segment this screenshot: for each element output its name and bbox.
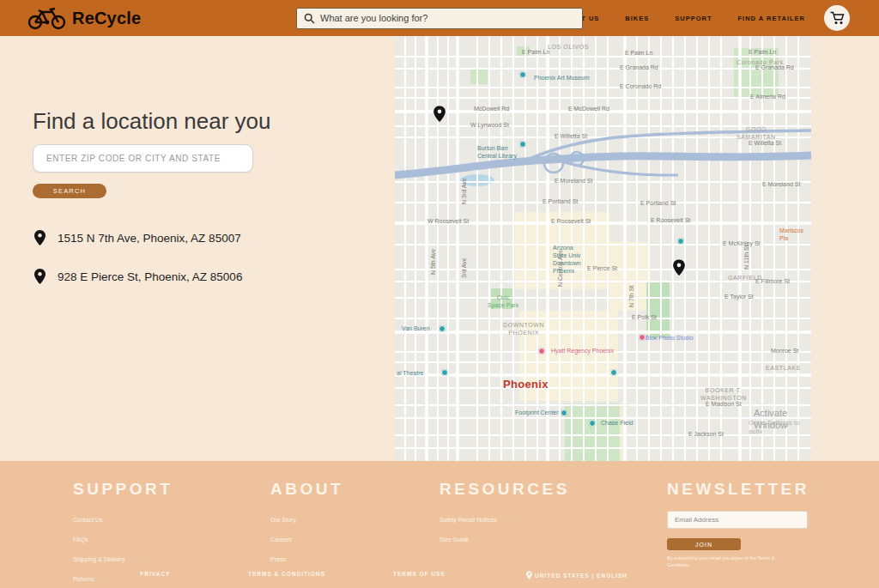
footer-link[interactable]: FAQs bbox=[73, 536, 88, 543]
footer-about-column: ABOUT Our StoryCareersPress bbox=[270, 480, 343, 569]
footer-link[interactable]: Safety Recall Notices bbox=[440, 517, 497, 523]
map[interactable]: LOS OLIVOS E Palm Ln E Palm Ln E Palm Ln… bbox=[395, 36, 811, 461]
page: ReCycle ABOUT US BIKES SUPPORT FIND A RE… bbox=[0, 0, 879, 588]
footer-link[interactable]: Size Guide bbox=[440, 536, 469, 543]
map-label: DOWNTOWN PHOENIX bbox=[503, 321, 544, 336]
map-label: Go to Settings to activ bbox=[749, 419, 811, 437]
terms-of-use-link[interactable]: TERMS OF USE bbox=[393, 571, 446, 577]
map-label: E Polk St bbox=[632, 313, 657, 321]
map-label: E Taylor St bbox=[724, 293, 754, 300]
map-label: al Theatre bbox=[397, 369, 423, 377]
map-label: E Portland St bbox=[640, 199, 676, 207]
main-content: Find a location near you SEARCH 1515 N 7… bbox=[0, 36, 879, 461]
cart-icon bbox=[830, 11, 845, 25]
footer-resources-links: Safety Recall NoticesSize Guide bbox=[440, 510, 570, 545]
poi-marker-icon[interactable] bbox=[610, 369, 617, 376]
newsletter-disclaimer: By subscribing your email you agree to t… bbox=[667, 555, 779, 569]
map-label: N 11th St bbox=[743, 245, 750, 270]
locale-selector[interactable]: UNITED STATES | ENGLISH bbox=[526, 571, 627, 579]
map-label: E Coronado Rd bbox=[620, 82, 661, 90]
page-title: Find a location near you bbox=[33, 108, 271, 135]
nav-link[interactable]: SUPPORT bbox=[675, 15, 712, 22]
location-item[interactable]: 1515 N 7th Ave, Phoenix, AZ 85007 bbox=[34, 230, 242, 246]
map-label: E Willetta St bbox=[555, 132, 587, 140]
map-label: Phoenix Art Museum bbox=[534, 74, 590, 82]
poi-marker-icon[interactable] bbox=[441, 369, 448, 376]
footer-link[interactable]: Returns bbox=[73, 576, 94, 582]
poi-marker-icon[interactable] bbox=[639, 334, 646, 341]
header-search[interactable] bbox=[296, 8, 583, 29]
search-input[interactable] bbox=[320, 13, 575, 23]
map-label: LOS OLIVOS bbox=[548, 43, 589, 51]
map-label: E Granada Rd bbox=[620, 64, 658, 71]
map-label: Footprint Center bbox=[515, 409, 559, 416]
bicycle-icon bbox=[27, 6, 67, 30]
retailer-pin-icon[interactable] bbox=[673, 259, 685, 279]
map-label: McDowell Rd bbox=[474, 105, 509, 112]
retailer-pin-icon[interactable] bbox=[433, 106, 446, 125]
footer-about-title: ABOUT bbox=[270, 480, 343, 499]
map-label: E Roosevelt St bbox=[651, 216, 690, 224]
location-address: 1515 N 7th Ave, Phoenix, AZ 85007 bbox=[58, 232, 241, 245]
map-label: Blok Photo Studio bbox=[646, 334, 694, 342]
map-label: E Palm Ln bbox=[749, 48, 776, 56]
footer-link[interactable]: Our Story bbox=[270, 517, 296, 523]
footer-resources-title: RESOURCES bbox=[440, 480, 570, 499]
map-label: 3rd Ave bbox=[460, 258, 468, 278]
map-label: W Roosevelt St bbox=[427, 217, 469, 225]
header-nav: ABOUT US BIKES SUPPORT FIND A RETAILER bbox=[559, 15, 805, 22]
footer-about-links: Our StoryCareersPress bbox=[270, 510, 343, 565]
locale-label: UNITED STATES | ENGLISH bbox=[535, 573, 627, 579]
brand-name: ReCycle bbox=[72, 9, 141, 28]
footer-link[interactable]: Contact Us bbox=[73, 517, 103, 523]
join-button[interactable]: JOIN bbox=[667, 538, 741, 550]
map-label: Phoenix bbox=[503, 378, 549, 392]
map-label: E Madison St bbox=[706, 400, 742, 408]
map-label: W Lynwood St bbox=[470, 121, 509, 129]
footer: SUPPORT Contact UsFAQsShipping & Deliver… bbox=[0, 461, 879, 588]
map-label: E Roosevelt St bbox=[551, 217, 591, 225]
map-label: E Pierce St bbox=[587, 264, 617, 272]
location-address: 928 E Pierce St, Phoenix, AZ 85006 bbox=[58, 270, 242, 283]
map-label: N Central Ave bbox=[556, 250, 564, 287]
poi-marker-icon[interactable] bbox=[589, 420, 596, 427]
poi-marker-icon[interactable] bbox=[519, 71, 526, 78]
footer-link[interactable]: Careers bbox=[270, 536, 292, 543]
poi-marker-icon[interactable] bbox=[561, 409, 567, 416]
map-label: E Fillmore St bbox=[755, 277, 790, 285]
footer-link[interactable]: Shipping & Delivery bbox=[73, 556, 125, 562]
map-label: E McKinley St bbox=[723, 239, 761, 247]
map-label: N 5th Ave bbox=[429, 249, 437, 275]
search-icon bbox=[304, 13, 315, 24]
map-label: Burton Barr Central Library bbox=[477, 144, 517, 160]
zip-input[interactable] bbox=[33, 144, 253, 173]
location-pin-icon bbox=[34, 269, 45, 284]
poi-marker-icon[interactable] bbox=[519, 141, 526, 148]
map-label: Civic Space Park bbox=[488, 294, 518, 309]
map-label: N 3rd Ave bbox=[460, 178, 468, 204]
location-list: 1515 N 7th Ave, Phoenix, AZ 85007 928 E … bbox=[34, 230, 242, 307]
terms-conditions-link[interactable]: TERMS & CONDITIONS bbox=[248, 571, 325, 577]
map-label: E Palm Ln bbox=[522, 48, 549, 56]
privacy-link[interactable]: PRIVACY bbox=[140, 571, 170, 577]
poi-marker-icon[interactable] bbox=[439, 325, 446, 332]
map-label: Mariscos Pla bbox=[779, 227, 811, 242]
locale-pin-icon bbox=[526, 571, 532, 579]
location-item[interactable]: 928 E Pierce St, Phoenix, AZ 85006 bbox=[34, 269, 242, 284]
footer-link[interactable]: Press bbox=[270, 556, 286, 562]
nav-link[interactable]: BIKES bbox=[625, 15, 649, 22]
map-label: Coronado Park bbox=[737, 58, 784, 66]
brand-logo[interactable]: ReCycle bbox=[27, 6, 141, 30]
map-label: E Palm Ln bbox=[625, 49, 652, 57]
poi-marker-icon[interactable] bbox=[538, 348, 545, 355]
map-label: GOOD SAMARITAN bbox=[737, 125, 776, 141]
nav-link[interactable]: FIND A RETAILER bbox=[738, 15, 805, 22]
map-label: E McDowell Rd bbox=[568, 105, 609, 112]
footer-resources-column: RESOURCES Safety Recall NoticesSize Guid… bbox=[440, 480, 570, 549]
cart-button[interactable] bbox=[824, 5, 850, 31]
poi-marker-icon[interactable] bbox=[677, 238, 684, 245]
search-button[interactable]: SEARCH bbox=[33, 184, 106, 198]
map-label: Van Buren bbox=[402, 324, 430, 332]
map-label: E Portland St bbox=[543, 197, 578, 205]
email-field[interactable] bbox=[667, 511, 808, 529]
